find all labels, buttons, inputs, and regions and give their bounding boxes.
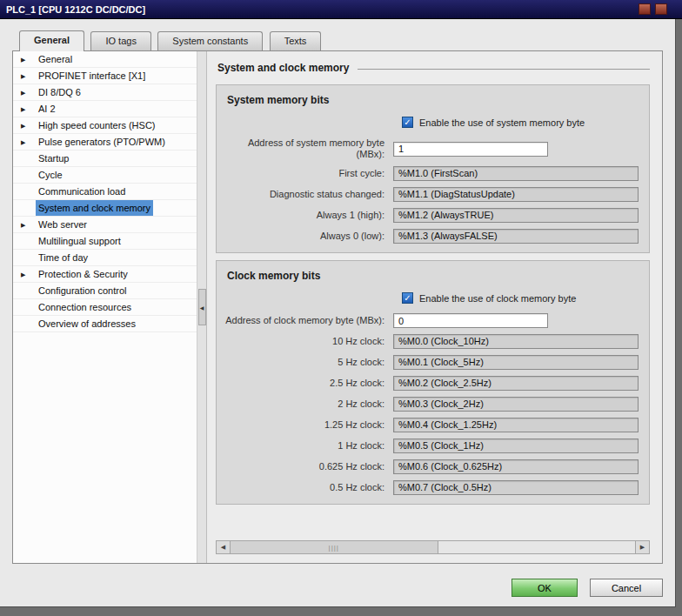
- field-label: 1 Hz clock:: [225, 440, 393, 452]
- field-value: %M0.3 (Clock_2Hz): [393, 397, 639, 412]
- window-button-help[interactable]: [639, 3, 651, 15]
- sidebar-item-startup[interactable]: ▶ Startup: [13, 151, 197, 167]
- field-label: Always 0 (low):: [225, 231, 393, 242]
- sidebar-item-label: Configuration control: [36, 283, 130, 298]
- field-row-always-1-high: Always 1 (high): %M1.2 (AlwaysTRUE): [225, 208, 639, 223]
- field-row-always-0-low: Always 0 (low): %M1.3 (AlwaysFALSE): [225, 229, 639, 244]
- sidebar-collapse-button[interactable]: ◀: [198, 289, 206, 325]
- cancel-button[interactable]: Cancel: [590, 579, 663, 597]
- field-value: %M1.0 (FirstScan): [393, 166, 639, 181]
- sidebar-item-label: DI 8/DQ 6: [36, 84, 84, 100]
- chevron-right-icon: ▶: [21, 118, 25, 134]
- sidebar-item-connection-resources[interactable]: ▶ Connection resources: [13, 299, 197, 316]
- enable-system-memory-checkbox[interactable]: ✓: [402, 117, 413, 128]
- field-row-2-5-hz-clock: 2.5 Hz clock: %M0.2 (Clock_2.5Hz): [225, 376, 639, 391]
- sidebar-item-general[interactable]: ▶ General: [13, 51, 197, 68]
- sidebar-item-label: AI 2: [36, 101, 58, 117]
- grip-icon: ||||: [329, 544, 339, 552]
- chevron-right-icon: ▶: [21, 267, 25, 283]
- scroll-right-button[interactable]: ▶: [635, 541, 649, 553]
- field-row-0-625-hz-clock: 0.625 Hz clock: %M0.6 (Clock_0.625Hz): [225, 459, 639, 474]
- sidebar-item-di-8-dq-6[interactable]: ▶ DI 8/DQ 6: [13, 84, 197, 101]
- clock-memory-section: Clock memory bits ✓ Enable the use of cl…: [216, 260, 650, 505]
- sidebar-item-label: Time of day: [36, 250, 90, 265]
- enable-system-memory-row: ✓ Enable the use of system memory byte: [402, 117, 639, 128]
- settings-panel: System and clock memory System memory bi…: [207, 51, 662, 563]
- sidebar-item-cycle[interactable]: ▶ Cycle: [13, 167, 197, 184]
- sidebar-item-system-and-clock-memory[interactable]: ▶ System and clock memory: [13, 200, 197, 217]
- chevron-right-icon: ▶: [21, 102, 25, 117]
- chevron-right-icon: ▶: [21, 85, 25, 101]
- enable-system-memory-label: Enable the use of system memory byte: [419, 117, 585, 128]
- field-value: %M1.2 (AlwaysTRUE): [393, 208, 639, 223]
- clock-memory-address-input[interactable]: [393, 313, 548, 328]
- sidebar-item-ai-2[interactable]: ▶ AI 2: [13, 101, 197, 117]
- navigation-tree: ▶ General ▶ PROFINET interface [X1] ▶ DI…: [13, 51, 197, 563]
- check-icon: ✓: [404, 117, 411, 127]
- sidebar-item-label: Protection & Security: [36, 266, 130, 282]
- field-row-first-cycle: First cycle: %M1.0 (FirstScan): [225, 166, 639, 181]
- horizontal-scrollbar[interactable]: ◀ |||| ▶: [216, 540, 650, 554]
- system-memory-address-input[interactable]: [393, 142, 548, 157]
- tab-system-constants[interactable]: System constants: [157, 31, 263, 50]
- sidebar-item-label: Startup: [36, 151, 71, 166]
- field-row-diagnostic-status-changed: Diagnostic status changed: %M1.1 (DiagSt…: [225, 187, 639, 202]
- sidebar-item-label: General: [36, 51, 75, 67]
- sidebar-item-label: PROFINET interface [X1]: [36, 68, 148, 84]
- field-row-0-5-hz-clock: 0.5 Hz clock: %M0.7 (Clock_0.5Hz): [225, 480, 639, 495]
- field-value: %M1.1 (DiagStatusUpdate): [393, 187, 639, 202]
- scroll-right-icon: ▶: [640, 544, 645, 551]
- sidebar-item-label: Web server: [36, 217, 90, 232]
- scrollbar-thumb[interactable]: ||||: [231, 541, 438, 553]
- scroll-left-button[interactable]: ◀: [217, 541, 231, 553]
- sidebar-item-communication-load[interactable]: ▶ Communication load: [13, 184, 197, 200]
- sidebar-item-label: Connection resources: [36, 299, 134, 315]
- sidebar-item-configuration-control[interactable]: ▶ Configuration control: [13, 283, 197, 299]
- dialog-footer: OK Cancel: [0, 579, 663, 597]
- tab-texts[interactable]: Texts: [270, 31, 322, 50]
- field-value: %M0.1 (Clock_5Hz): [393, 355, 639, 370]
- sidebar-item-label: Communication load: [36, 184, 128, 199]
- field-row-1-hz-clock: 1 Hz clock: %M0.5 (Clock_1Hz): [225, 439, 639, 453]
- sidebar-item-label: High speed counters (HSC): [36, 117, 158, 133]
- chevron-right-icon: ▶: [21, 218, 25, 233]
- field-value: %M0.6 (Clock_0.625Hz): [393, 459, 639, 474]
- system-memory-section-title: System memory bits: [227, 94, 639, 106]
- dialog-window: General IO tags System constants Texts ▶…: [0, 19, 676, 607]
- field-value: %M0.4 (Clock_1.25Hz): [393, 418, 639, 432]
- page-heading: System and clock memory: [217, 62, 650, 74]
- tab-general[interactable]: General: [19, 30, 84, 51]
- sidebar-item-multilingual-support[interactable]: ▶ Multilingual support: [13, 233, 197, 250]
- sidebar-item-protection-security[interactable]: ▶ Protection & Security: [13, 266, 197, 283]
- field-value: %M0.2 (Clock_2.5Hz): [393, 376, 639, 391]
- window-button-close[interactable]: [655, 3, 667, 15]
- sidebar-item-label: System and clock memory: [36, 200, 153, 216]
- system-memory-address-label: Address of system memory byte (MBx):: [225, 137, 393, 160]
- sidebar-item-label: Multilingual support: [36, 233, 124, 249]
- tab-io-tags[interactable]: IO tags: [90, 31, 150, 50]
- sidebar-item-time-of-day[interactable]: ▶ Time of day: [13, 250, 197, 266]
- sidebar-item-overview-of-addresses[interactable]: ▶ Overview of addresses: [13, 316, 197, 332]
- clock-memory-address-row: Address of clock memory byte (MBx):: [225, 313, 639, 328]
- scrollbar-track[interactable]: [438, 541, 635, 553]
- field-row-5-hz-clock: 5 Hz clock: %M0.1 (Clock_5Hz): [225, 355, 639, 370]
- check-icon: ✓: [404, 293, 411, 303]
- field-value: %M1.3 (AlwaysFALSE): [393, 229, 639, 244]
- sidebar-item-label: Cycle: [36, 167, 65, 183]
- clock-memory-section-title: Clock memory bits: [227, 270, 639, 282]
- properties-content: ▶ General ▶ PROFINET interface [X1] ▶ DI…: [12, 50, 663, 564]
- sidebar-item-profinet-interface-x1[interactable]: ▶ PROFINET interface [X1]: [13, 68, 197, 84]
- field-label: 2.5 Hz clock:: [225, 378, 393, 389]
- enable-clock-memory-row: ✓ Enable the use of clock memory byte: [402, 292, 639, 304]
- field-label: 0.5 Hz clock:: [225, 482, 393, 493]
- sidebar-item-pulse-generators-pto-pwm[interactable]: ▶ Pulse generators (PTO/PWM): [13, 134, 197, 151]
- ok-button[interactable]: OK: [512, 579, 578, 597]
- page-title: System and clock memory: [217, 62, 349, 74]
- sidebar-item-web-server[interactable]: ▶ Web server: [13, 217, 197, 233]
- enable-clock-memory-checkbox[interactable]: ✓: [402, 292, 413, 304]
- sidebar-item-high-speed-counters-hsc[interactable]: ▶ High speed counters (HSC): [13, 117, 197, 134]
- field-label: 0.625 Hz clock:: [225, 461, 393, 472]
- field-label: 5 Hz clock:: [225, 357, 393, 368]
- field-row-2-hz-clock: 2 Hz clock: %M0.3 (Clock_2Hz): [225, 397, 639, 412]
- scroll-left-icon: ◀: [221, 544, 225, 551]
